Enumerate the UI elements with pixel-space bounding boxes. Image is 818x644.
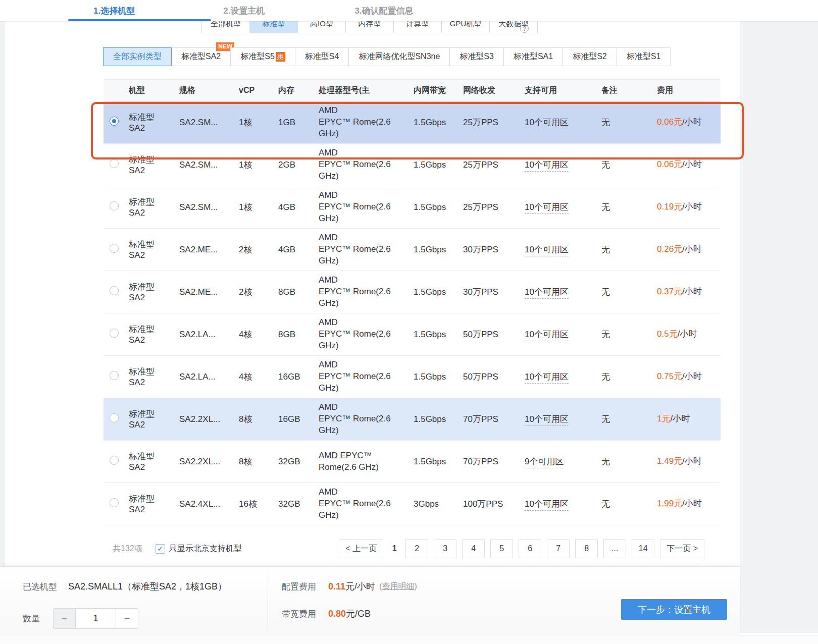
instance-row[interactable]: 标准型 SA2 SA2.2XL... 8核 32GB AMD EPYC™ Rom… [104,441,721,483]
instance-row[interactable]: 标准型 SA2 SA2.2XL... 8核 16GB AMD EPYC™ Rom… [104,398,721,441]
row-zones-link[interactable]: 9个可用区 [525,457,564,468]
row-zones-link[interactable]: 10个可用区 [525,287,569,299]
row-zones-link[interactable]: 10个可用区 [525,372,569,384]
instance-type-tab[interactable]: 标准型S4 [295,47,349,66]
row-fee: 1元/小时 [657,413,712,425]
page-button[interactable]: 4 [462,540,485,558]
footer-divider [268,573,268,629]
instance-type-tab[interactable]: 标准型S1 [617,47,671,66]
row-model: 标准型 SA2 [129,281,179,303]
page-button[interactable]: 5 [490,540,513,558]
header-bandwidth: 内网带宽 [414,85,463,96]
row-bandwidth: 1.5Gbps [414,160,463,170]
row-zones-link[interactable]: 10个可用区 [525,499,569,511]
instance-type-tab[interactable]: 标准型S2 [563,47,617,66]
row-zones-link[interactable]: 10个可用区 [525,118,569,129]
region-filter-checkbox[interactable]: ✓ [156,544,165,554]
quantity-increase-button[interactable]: − [116,608,138,629]
instance-type-tab[interactable]: 标准型SA1 [503,47,563,66]
row-memory: 32GB [278,457,319,467]
header-vcpu: vCP [239,86,278,95]
page-number: 8 [584,544,589,553]
row-memory: 16GB [278,372,319,382]
row-radio[interactable] [110,201,119,210]
row-bandwidth: 1.5Gbps [414,245,463,255]
page-button[interactable]: ... [603,540,626,558]
family-tab[interactable]: 计算型 [393,21,442,33]
row-pps: 50万PPS [463,329,525,340]
family-tab[interactable]: 内存型 [345,21,394,33]
page-button[interactable]: 2 [405,540,428,558]
page-button[interactable]: 1 [389,540,400,558]
next-step-button[interactable]: 下一步：设置主机 [621,599,727,620]
instance-type-tab[interactable]: 标准型S3 [449,47,504,66]
page-button[interactable]: 7 [547,540,570,558]
instance-row[interactable]: 标准型 SA2 SA2.SM... 1核 2GB AMD EPYC™ Rome(… [104,144,721,186]
bandwidth-fee-unit: 元/GB [346,608,371,620]
row-memory: 8GB [278,330,319,340]
fee-detail-link[interactable]: 费用明细 [382,582,414,591]
instance-type-tab[interactable]: 标准型SA2 NEW [171,47,231,66]
page-button[interactable]: 6 [519,540,541,558]
row-zones-link[interactable]: 10个可用区 [525,202,569,214]
quantity-input[interactable] [76,608,116,629]
family-tab[interactable]: 标准型 [249,21,298,33]
region-filter-checkbox-row[interactable]: ✓ 只显示北京支持机型 [156,544,242,554]
instance-row[interactable]: 标准型 SA2 SA2.LA... 4核 8GB AMD EPYC™ Rome(… [104,313,721,356]
row-fee-amount: 0.26元 [657,244,682,254]
row-processor: AMD EPYC™ Rome(2.6 GHz) [319,232,414,267]
quantity-decrease-button[interactable]: − [53,608,76,629]
page-button[interactable]: 3 [434,540,456,558]
row-radio[interactable] [110,159,119,168]
family-tab[interactable]: 全部机型 [201,21,250,33]
bottom-summary-bar: 已选机型 SA2.SMALL1（标准型SA2，1核1GB） 数量 − − 配置费… [0,566,740,635]
row-bandwidth: 1.5Gbps [414,287,463,297]
row-note: 无 [601,159,657,171]
row-radio[interactable] [110,371,119,380]
row-radio[interactable] [110,117,119,126]
row-pps: 25万PPS [463,117,525,128]
row-spec: SA2.LA... [179,330,239,340]
row-radio[interactable] [110,329,119,338]
instance-row[interactable]: 标准型 SA2 SA2.ME... 2核 8GB AMD EPYC™ Rome(… [104,271,721,313]
page-button[interactable]: 14 [632,540,654,558]
instance-row[interactable]: 标准型 SA2 SA2.LA... 4核 16GB AMD EPYC™ Rome… [104,356,721,398]
family-help-icon[interactable]: ? [520,24,529,33]
instance-row[interactable]: 标准型 SA2 SA2.ME... 2核 4GB AMD EPYC™ Rome(… [104,229,721,271]
family-tab[interactable]: GPU机型 [441,21,490,33]
row-radio[interactable] [110,413,119,422]
row-radio-cell [110,371,129,383]
instance-row[interactable]: 标准型 SA2 SA2.4XL... 16核 32GB AMD EPYC™ Ro… [104,483,721,525]
instance-type-tab[interactable]: 全部实例类型 [103,47,172,66]
prev-page-button[interactable]: < 上一页 [339,540,383,558]
instance-type-tab[interactable]: 标准型S5 惠 [230,47,295,66]
next-page-button[interactable]: 下一页 > [660,540,704,558]
step-select-model[interactable]: 1.选择机型 [93,5,135,17]
row-zones-link[interactable]: 10个可用区 [525,160,569,172]
row-processor: AMD EPYC™ Rome(2.6 GHz) [319,147,414,182]
row-spec: SA2.SM... [179,118,239,128]
row-zones-link[interactable]: 10个可用区 [525,245,569,256]
instance-row[interactable]: 标准型 SA2 SA2.SM... 1核 4GB AMD EPYC™ Rome(… [104,186,721,229]
row-zones-link[interactable]: 10个可用区 [525,330,569,341]
row-vcpu: 16核 [239,498,278,510]
row-fee: 0.19元/小时 [657,201,712,213]
row-bandwidth: 1.5Gbps [414,202,463,212]
row-note: 无 [601,286,657,298]
row-spec: SA2.ME... [179,245,239,255]
row-radio[interactable] [110,244,119,253]
row-zones-cell: 10个可用区 [525,286,601,298]
family-tab[interactable]: 高IO型 [297,21,346,33]
page-buttons: 1 2 3 4 [389,540,654,558]
row-radio[interactable] [110,498,119,507]
row-memory: 1GB [278,118,319,128]
row-radio-cell [110,201,129,213]
row-radio[interactable] [110,456,119,465]
family-tab[interactable]: 大数据型 [489,21,538,33]
instance-type-tab[interactable]: 标准网络优化型SN3ne [348,47,450,66]
page-button[interactable]: 8 [575,540,598,558]
row-radio[interactable] [110,286,119,295]
row-zones-link[interactable]: 10个可用区 [525,414,569,426]
step-configure-host[interactable]: 2.设置主机 [223,5,265,17]
instance-row[interactable]: 标准型 SA2 SA2.SM... 1核 1GB AMD EPYC™ Rome(… [104,101,721,144]
